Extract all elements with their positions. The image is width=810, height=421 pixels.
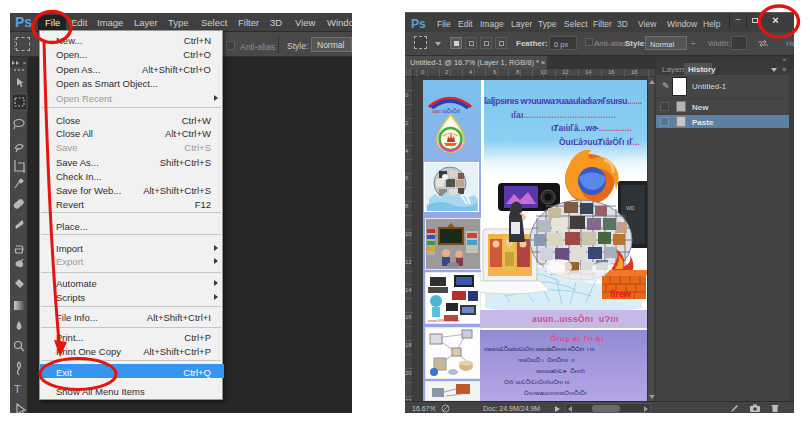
svg-text:WD: WD <box>626 205 635 211</box>
svg-text:firew: firew <box>610 289 632 299</box>
svg-text:www.999.etc.com: www.999.etc.com <box>428 318 460 323</box>
svg-text:T: T <box>14 383 21 395</box>
